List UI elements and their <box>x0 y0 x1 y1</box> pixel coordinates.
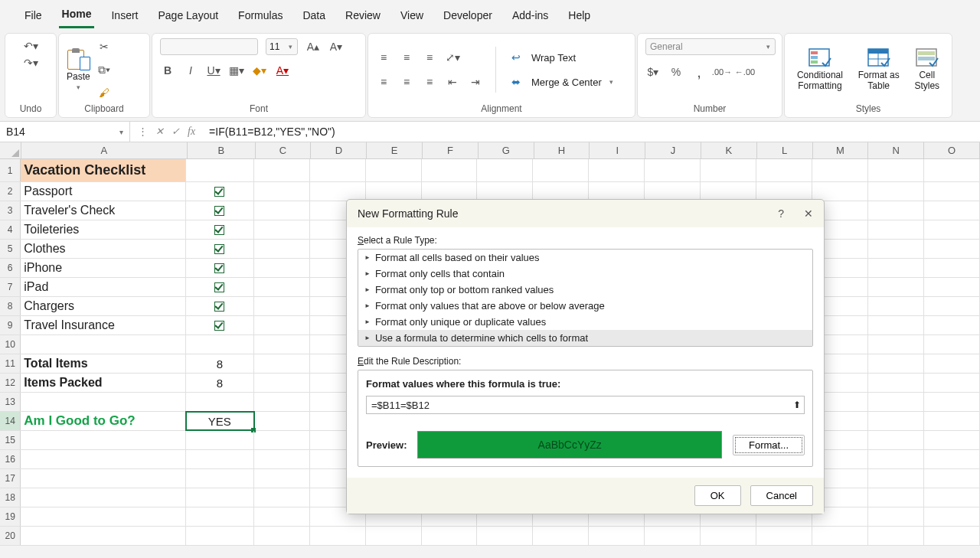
cell-C19[interactable] <box>254 507 310 526</box>
cell-N4[interactable] <box>868 220 924 239</box>
cell-A16[interactable] <box>21 450 186 468</box>
cell-B2[interactable] <box>186 182 254 201</box>
select-all-triangle[interactable] <box>0 142 21 158</box>
cell-L1[interactable] <box>756 159 812 181</box>
cell-C17[interactable] <box>254 469 310 488</box>
cell-L20[interactable] <box>756 527 812 545</box>
cell-D2[interactable] <box>310 182 366 201</box>
cell-B8[interactable] <box>186 297 254 315</box>
row-header-3[interactable]: 3 <box>0 201 21 220</box>
row-header-13[interactable]: 13 <box>0 393 21 411</box>
cell-E1[interactable] <box>366 159 422 181</box>
cell-J20[interactable] <box>645 527 701 545</box>
cell-C18[interactable] <box>254 488 310 507</box>
format-painter-icon[interactable]: 🖌 <box>96 85 112 100</box>
cell-N7[interactable] <box>868 278 924 296</box>
cell-F2[interactable] <box>422 182 478 201</box>
cell-O4[interactable] <box>924 220 980 239</box>
italic-icon[interactable]: I <box>183 63 198 78</box>
cell-N3[interactable] <box>868 201 924 220</box>
menu-insert[interactable]: Insert <box>108 6 141 28</box>
cell-C16[interactable] <box>254 450 310 468</box>
row-header-20[interactable]: 20 <box>0 527 21 545</box>
col-header-G[interactable]: G <box>479 142 534 158</box>
cell-B16[interactable] <box>186 450 254 468</box>
cell-C11[interactable] <box>254 354 310 373</box>
cell-K1[interactable] <box>701 159 756 181</box>
menu-view[interactable]: View <box>397 6 426 28</box>
cell-N18[interactable] <box>868 488 924 507</box>
underline-icon[interactable]: U▾ <box>206 63 221 78</box>
cell-B12[interactable]: 8 <box>186 374 254 392</box>
cell-N9[interactable] <box>868 316 924 334</box>
cell-H20[interactable] <box>533 527 589 545</box>
cell-B3[interactable] <box>186 201 254 220</box>
cell-A2[interactable]: Passport <box>21 182 186 201</box>
borders-icon[interactable]: ▦▾ <box>229 63 244 78</box>
align-top-icon[interactable]: ≡ <box>376 50 391 65</box>
cell-C12[interactable] <box>254 374 310 392</box>
checkbox-icon[interactable] <box>214 244 224 254</box>
cell-N16[interactable] <box>868 450 924 468</box>
cell-A9[interactable]: Travel Insurance <box>21 316 186 334</box>
font-size-input[interactable]: 11 <box>266 38 298 55</box>
row-header-9[interactable]: 9 <box>0 316 21 334</box>
checkbox-icon[interactable] <box>214 302 224 312</box>
cell-H2[interactable] <box>533 182 589 201</box>
cell-B19[interactable] <box>186 507 254 526</box>
cell-B7[interactable] <box>186 278 254 296</box>
formula-bar[interactable]: =IF(B11=B12,"YES","NO") <box>203 126 980 138</box>
cell-N6[interactable] <box>868 259 924 277</box>
number-format-select[interactable]: General <box>645 38 776 55</box>
cell-C14[interactable] <box>254 412 310 430</box>
cell-A8[interactable]: Chargers <box>21 297 186 315</box>
rule-option-5[interactable]: Use a formula to determine which cells t… <box>358 330 812 346</box>
cell-B4[interactable] <box>186 220 254 239</box>
cell-B20[interactable] <box>186 527 254 545</box>
cell-C2[interactable] <box>254 182 310 201</box>
decrease-decimal-icon[interactable]: ←.00 <box>737 64 753 80</box>
cell-C7[interactable] <box>254 278 310 296</box>
cell-O18[interactable] <box>924 488 980 507</box>
cell-O7[interactable] <box>924 278 980 296</box>
col-header-M[interactable]: M <box>813 142 869 158</box>
decrease-indent-icon[interactable]: ⇤ <box>445 74 460 90</box>
cell-N10[interactable] <box>868 335 924 354</box>
checkbox-icon[interactable] <box>214 187 224 197</box>
cell-N8[interactable] <box>868 297 924 315</box>
cell-I20[interactable] <box>589 527 645 545</box>
cell-N19[interactable] <box>868 507 924 526</box>
cell-J2[interactable] <box>645 182 701 201</box>
comma-icon[interactable]: , <box>691 64 707 80</box>
format-button[interactable]: Format... <box>733 435 805 455</box>
formula-input[interactable]: =$B11=$B12 ⬆ <box>366 396 805 414</box>
fx-icon[interactable]: fx <box>188 126 195 138</box>
row-header-19[interactable]: 19 <box>0 507 21 526</box>
menu-review[interactable]: Review <box>342 6 384 28</box>
cell-O6[interactable] <box>924 259 980 277</box>
dialog-close-icon[interactable]: ✕ <box>804 207 813 220</box>
cell-O3[interactable] <box>924 201 980 220</box>
cell-O19[interactable] <box>924 507 980 526</box>
cell-O16[interactable] <box>924 450 980 468</box>
checkbox-icon[interactable] <box>214 225 224 235</box>
cell-O9[interactable] <box>924 316 980 334</box>
rule-option-0[interactable]: Format all cells based on their values <box>358 250 812 266</box>
menu-help[interactable]: Help <box>565 6 593 28</box>
cell-K20[interactable] <box>701 527 756 545</box>
menu-page-layout[interactable]: Page Layout <box>155 6 221 28</box>
cell-N17[interactable] <box>868 469 924 488</box>
cell-L2[interactable] <box>756 182 812 201</box>
cell-O15[interactable] <box>924 431 980 449</box>
cell-O8[interactable] <box>924 297 980 315</box>
cell-N14[interactable] <box>868 412 924 430</box>
cell-C15[interactable] <box>254 431 310 449</box>
cell-A10[interactable] <box>21 335 186 354</box>
cell-A15[interactable] <box>21 431 186 449</box>
cell-M1[interactable] <box>812 159 868 181</box>
redo-icon[interactable]: ↷▾ <box>23 55 38 70</box>
increase-decimal-icon[interactable]: .00→ <box>714 64 730 80</box>
col-header-F[interactable]: F <box>423 142 479 158</box>
ok-button[interactable]: OK <box>694 485 741 506</box>
align-middle-icon[interactable]: ≡ <box>399 50 414 65</box>
